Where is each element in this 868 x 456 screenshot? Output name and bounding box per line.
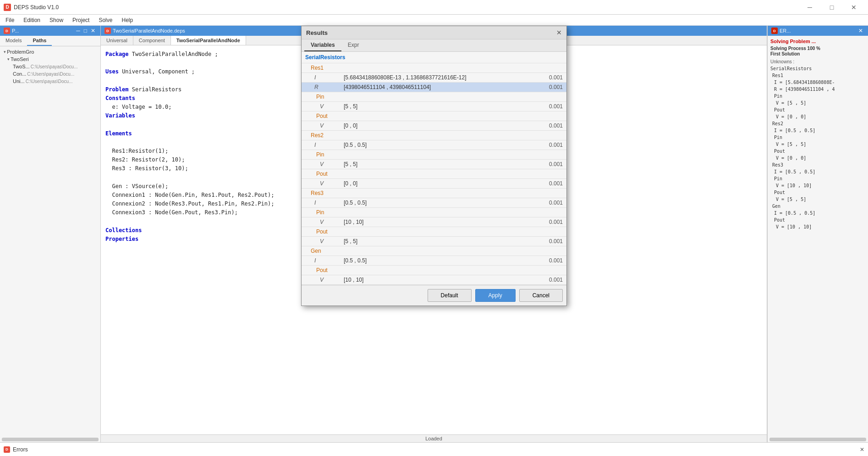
tree-item-leaf3[interactable]: Uni... C:\Users\payas\Docu...: [2, 78, 99, 85]
cancel-button[interactable]: Cancel: [519, 289, 563, 302]
table-row: V [10 , 10] 0.001: [302, 217, 566, 227]
res2-pout-value: [0 , 0]: [340, 179, 535, 189]
rp-detail-9: I = [0.5 , 0.5]: [770, 127, 865, 134]
apply-button[interactable]: Apply: [475, 289, 516, 302]
rp-detail-23: V = [10 , 10]: [770, 223, 865, 230]
var-cell-r: R: [302, 83, 340, 92]
rp-detail-4: Pin: [770, 93, 865, 100]
tree-path-leaf1: C:\Users\payas\Docu...: [31, 64, 78, 69]
bottom-close-button[interactable]: ✕: [860, 446, 864, 453]
right-panel-scrollbar[interactable]: [769, 438, 866, 441]
dialog-header: Results ✕: [302, 26, 566, 39]
tab-universal[interactable]: Universal: [101, 36, 133, 45]
tab-paths[interactable]: Paths: [27, 36, 52, 46]
res3-pout-header: Pout: [302, 227, 566, 237]
subheader-res1: Res1: [302, 63, 566, 73]
tree-item-leaf2[interactable]: Con... C:\Users\payas\Docu...: [2, 70, 99, 78]
table-row: V [0 , 0] 0.001: [302, 179, 566, 189]
menu-solve[interactable]: Solve: [95, 16, 116, 24]
table-row: I [0.5 , 0.5] 0.001: [302, 140, 566, 150]
menu-file[interactable]: File: [2, 16, 18, 24]
res3-i-var: I: [302, 198, 340, 208]
rp-detail-16: Pin: [770, 175, 865, 182]
group-header-cell: SerialResistors: [302, 52, 566, 63]
table-row: V [5 , 5] 0.001: [302, 102, 566, 111]
right-panel-close[interactable]: ✕: [857, 28, 864, 34]
tree-label-leaf2: Con...: [13, 71, 26, 77]
res2-pout-var: V: [302, 179, 340, 189]
group-serial-resistors: SerialResistors: [302, 52, 566, 63]
pout-header-cell: Pout: [302, 111, 566, 121]
res2-pout-header: Pout: [302, 169, 566, 179]
pout-value-cell: [0 , 0]: [340, 121, 535, 131]
table-row: I [0.5 , 0.5] 0.001: [302, 256, 566, 266]
left-panel-close[interactable]: ✕: [89, 28, 97, 34]
rp-detail-22: Pout: [770, 217, 865, 223]
res3-pout-tol: 0.001: [535, 237, 566, 246]
var-cell: I: [302, 73, 340, 83]
dialog-close-button[interactable]: ✕: [556, 29, 562, 36]
table-row: V [0 , 0] 0.001: [302, 121, 566, 131]
tree-item-leaf1[interactable]: TwoS... C:\Users\payas\Docu...: [2, 63, 99, 70]
results-dialog: Results ✕ Variables Expr SerialResistors…: [301, 26, 567, 306]
menu-help[interactable]: Help: [118, 16, 137, 24]
gen-i-var: I: [302, 256, 340, 266]
rp-detail-12: Pout: [770, 148, 865, 155]
minimize-button[interactable]: ─: [799, 0, 820, 15]
code-panel-title: TwoSerialParallelAndNode.deps: [113, 28, 185, 33]
res2-i-var: I: [302, 140, 340, 150]
first-solution-label: First Solution: [770, 51, 865, 56]
tree-label-leaf1: TwoS...: [13, 64, 30, 69]
close-button[interactable]: ✕: [843, 0, 864, 15]
gen-i-tol: 0.001: [535, 256, 566, 266]
status-text: Loaded: [425, 436, 442, 441]
rp-detail-20: Gen: [770, 203, 865, 210]
menu-project[interactable]: Project: [69, 16, 93, 24]
res2-i-value: [0.5 , 0.5]: [340, 140, 535, 150]
default-button[interactable]: Default: [428, 289, 472, 302]
tab-component[interactable]: Component: [133, 36, 171, 45]
tab-models[interactable]: Models: [0, 36, 27, 46]
tree-label-twoseri: TwoSeri: [11, 56, 29, 62]
rp-detail-19: V = [5 , 5]: [770, 196, 865, 203]
table-row: I [5.6843418860808E-13 , 1.1368683772161…: [302, 73, 566, 83]
left-panel-minimize[interactable]: ─: [75, 28, 82, 34]
left-panel-scrollbar[interactable]: [2, 438, 99, 441]
menu-edition[interactable]: Edition: [20, 16, 44, 24]
maximize-button[interactable]: □: [821, 0, 842, 15]
left-panel-title: P...: [12, 28, 19, 33]
tol-cell: 0.001: [535, 73, 566, 83]
menu-show[interactable]: Show: [46, 16, 67, 24]
res2-pin-header: Pin: [302, 150, 566, 160]
res3-pin-tol: 0.001: [535, 217, 566, 227]
pout-tol-cell: 0.001: [535, 121, 566, 131]
left-panel: D P... ─ □ ✕ Models Paths ▾ ProblemGro ▾…: [0, 26, 101, 442]
rp-detail-5: V = [5 , 5]: [770, 100, 865, 106]
subheader-gen-pout: Pout: [302, 266, 566, 275]
right-panel-content: Solving Problem ... Solving Process 100 …: [768, 36, 868, 437]
res2-pin-value: [5 , 5]: [340, 160, 535, 169]
rp-detail-21: I = [0.5 , 0.5]: [770, 210, 865, 217]
tree-arrow: ▾: [4, 50, 6, 54]
tree-content: ▾ ProblemGro ▾ TwoSeri TwoS... C:\Users\…: [0, 46, 100, 437]
table-row: V [5 , 5] 0.001: [302, 237, 566, 246]
dialog-tabs: Variables Expr: [302, 39, 566, 52]
workspace: D P... ─ □ ✕ Models Paths ▾ ProblemGro ▾…: [0, 26, 868, 442]
dialog-tab-variables[interactable]: Variables: [304, 39, 341, 51]
dialog-footer: Default Apply Cancel: [302, 285, 566, 306]
right-panel: D ER... ✕ Solving Problem ... Solving Pr…: [767, 26, 868, 442]
subheader-res1-pin: Pin: [302, 92, 566, 102]
gen-pout-value: [10 , 10]: [340, 275, 535, 285]
tree-path-leaf2: C:\Users\payas\Docu...: [27, 72, 74, 77]
tree-item-problemgro[interactable]: ▾ ProblemGro: [2, 48, 99, 56]
rp-detail-17: V = [10 , 10]: [770, 182, 865, 189]
subheader-res2-pin: Pin: [302, 150, 566, 160]
tab-twoserialparallelnode[interactable]: TwoSerialParallelAndNode: [171, 36, 246, 45]
subheader-res2-cell: Res2: [302, 131, 566, 140]
res3-pout-var: V: [302, 237, 340, 246]
bottom-bar-title: Errors: [13, 446, 28, 453]
res3-pin-var: V: [302, 217, 340, 227]
dialog-tab-expr[interactable]: Expr: [341, 39, 366, 51]
left-panel-maximize[interactable]: □: [82, 28, 88, 34]
tree-item-twoseri[interactable]: ▾ TwoSeri: [2, 56, 99, 63]
